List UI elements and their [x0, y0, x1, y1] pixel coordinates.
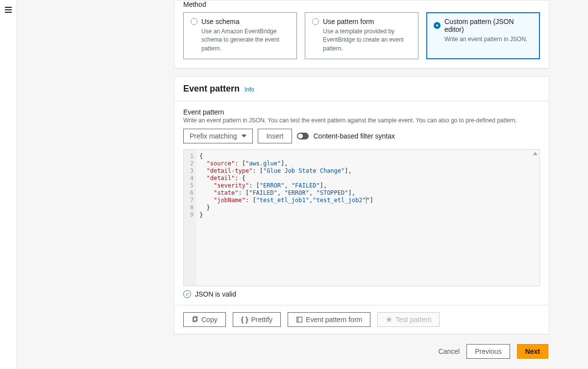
- radio-icon: [191, 18, 197, 25]
- pattern-help: Write an event pattern in JSON. You can …: [183, 117, 540, 124]
- event-pattern-form-button[interactable]: Event pattern form: [288, 312, 370, 327]
- event-pattern-panel: Event pattern Info Event pattern Write a…: [174, 76, 549, 334]
- svg-point-4: [388, 319, 391, 321]
- prettify-button[interactable]: { } Prettify: [233, 312, 281, 327]
- json-editor[interactable]: 1 2 3 4 5 6 7 8 9 { "source": ["aws.glue…: [183, 149, 540, 286]
- scroll-up-icon[interactable]: [533, 152, 538, 155]
- match-type-select[interactable]: Prefix matching: [183, 129, 253, 143]
- gear-icon: [386, 316, 392, 323]
- line-numbers: 1 2 3 4 5 6 7 8 9: [184, 150, 196, 286]
- radio-icon: [312, 18, 319, 25]
- info-link[interactable]: Info: [245, 86, 254, 93]
- method-heading: Method: [183, 0, 540, 8]
- code-content[interactable]: { "source": ["aws.glue"], "detail-type":…: [184, 150, 539, 222]
- cancel-button[interactable]: Cancel: [439, 347, 460, 355]
- copy-button[interactable]: Copy: [183, 312, 226, 327]
- filter-syntax-label: Content-based filter syntax: [314, 132, 395, 140]
- wizard-footer: Cancel Previous Next: [174, 334, 549, 359]
- page-content: Method Use schema Use an Amazon EventBri…: [17, 0, 588, 369]
- svg-rect-2: [297, 317, 302, 323]
- method-option-schema[interactable]: Use schema Use an Amazon EventBridge sch…: [183, 12, 297, 59]
- form-icon: [296, 316, 303, 323]
- panel-title: Event pattern: [183, 84, 240, 93]
- menu-icon[interactable]: [5, 7, 12, 13]
- method-option-form[interactable]: Use pattern form Use a template provided…: [305, 12, 418, 59]
- radio-icon: [434, 22, 441, 29]
- check-circle-icon: ✓: [183, 290, 191, 298]
- pattern-label: Event pattern: [183, 108, 540, 116]
- test-pattern-button: Test pattern: [377, 312, 440, 327]
- method-option-custom[interactable]: Custom pattern (JSON editor) Write an ev…: [426, 12, 540, 59]
- next-button[interactable]: Next: [517, 344, 548, 359]
- previous-button[interactable]: Previous: [466, 344, 510, 359]
- method-panel: Method Use schema Use an Amazon EventBri…: [174, 0, 549, 69]
- insert-button[interactable]: Insert: [258, 129, 292, 143]
- chevron-down-icon: [242, 135, 246, 138]
- validation-status: ✓ JSON is valid: [183, 290, 540, 298]
- filter-syntax-toggle[interactable]: [297, 133, 309, 139]
- copy-icon: [192, 316, 198, 323]
- side-nav-rail: [0, 0, 17, 369]
- braces-icon: { }: [241, 316, 248, 323]
